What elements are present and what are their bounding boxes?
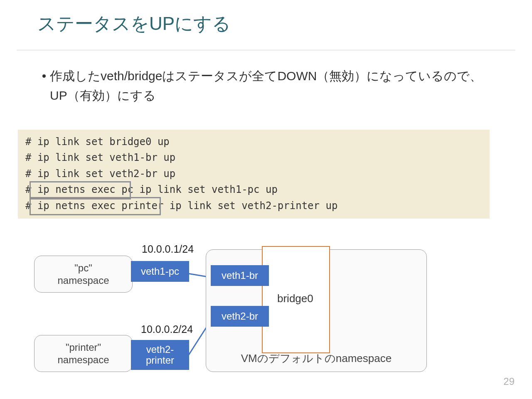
veth1-pc-box: veth1-pc [131,261,189,282]
bridge-label: bridge0 [277,292,313,305]
code-line-1: # ip link set bridge0 up [25,134,482,150]
printer-namespace-label-2: namespace [34,354,132,366]
veth2-printer-box: veth2- printer [131,340,189,370]
printer-namespace-label-1: "printer" [34,341,132,354]
divider [17,50,515,50]
veth2-printer-label-1: veth2- [146,344,174,355]
network-diagram: "pc" namespace "printer" namespace VMのデフ… [31,245,430,387]
page-number: 29 [503,376,515,387]
veth1-br-box: veth1-br [211,265,269,286]
pc-namespace-label-2: namespace [34,274,132,287]
printer-namespace-box: "printer" namespace [34,335,133,372]
code-line-2: # ip link set veth1-br up [25,150,482,165]
veth2-br-box: veth2-br [211,306,269,327]
slide-title: ステータスをUPにする [37,12,231,36]
ip-label-1: 10.0.0.1/24 [142,243,194,255]
highlight-box-2 [30,197,161,215]
bullet-content: 作成したveth/bridgeはステータスが全てDOWN（無効）になっているので… [50,69,482,102]
code-block: # ip link set bridge0 up # ip link set v… [18,130,490,219]
veth2-printer-label-2: printer [146,355,174,366]
pc-namespace-box: "pc" namespace [34,256,133,293]
ip-label-2: 10.0.0.2/24 [141,323,193,335]
vm-namespace-label: VMのデフォルトのnamespace [206,351,426,366]
bullet-text: •作成したveth/bridgeはステータスが全てDOWN（無効）になっているの… [50,66,495,105]
code-line-3: # ip link set veth2-br up [25,166,482,182]
pc-namespace-label-1: "pc" [34,262,132,274]
